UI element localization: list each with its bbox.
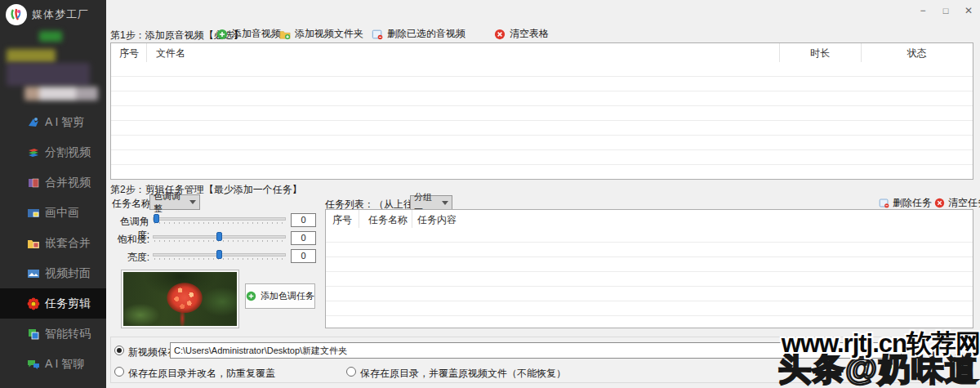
task-table-header-content: 任务内容: [417, 213, 457, 227]
video-cover-icon: [27, 267, 40, 280]
sidebar-item-label: 分割视频: [45, 145, 91, 160]
hue-value-box[interactable]: 0: [291, 213, 316, 227]
file-table-header-status: 状态: [861, 47, 973, 60]
sidebar-item-ai-cut[interactable]: A I 智剪: [0, 107, 106, 137]
save-rename-label: 保存在原目录并改名，防重复覆盖: [128, 367, 275, 381]
sidebar-menu: A I 智剪 分割视频 合并视频 画中画 嵌套合并 视频封面: [0, 107, 106, 379]
step2-label: 第2步：剪辑任务管理【最少添加一个任务】: [110, 183, 302, 197]
redacted-blob: [39, 31, 62, 42]
delete-task-button[interactable]: 删除任务: [879, 196, 932, 210]
sidebar-item-pip[interactable]: 画中画: [0, 198, 106, 228]
hue-slider[interactable]: [153, 213, 286, 225]
save-rename-radio[interactable]: [114, 367, 124, 377]
task-table-header-index: 序号: [332, 213, 352, 227]
add-circle-icon: [216, 29, 228, 40]
sidebar-item-merge-video[interactable]: 合并视频: [0, 167, 106, 198]
sidebar-item-label: 视频封面: [45, 266, 91, 281]
brightness-slider-thumb[interactable]: [216, 250, 222, 259]
clear-task-label: 清空任务: [948, 196, 980, 210]
app-logo-icon: [6, 4, 27, 25]
sidebar-item-nested-merge[interactable]: 嵌套合并: [0, 228, 106, 258]
delete-selected-icon: [372, 29, 383, 40]
sidebar-item-label: A I 智聊: [45, 357, 84, 372]
task-table[interactable]: 序号 任务名称 任务内容: [325, 209, 973, 328]
sidebar-item-label: 合并视频: [45, 176, 91, 190]
saturation-slider-label: 饱和度:: [110, 233, 149, 247]
task-table-header-name: 任务名称: [368, 213, 408, 227]
add-folder-label: 添加视频文件夹: [295, 27, 363, 41]
sidebar-item-split-video[interactable]: 分割视频: [0, 137, 106, 167]
hue-slider-thumb[interactable]: [154, 214, 159, 223]
redacted-blob: [7, 49, 56, 63]
sidebar-item-label: 嵌套合并: [45, 236, 91, 251]
close-button[interactable]: ✕: [962, 4, 975, 17]
saturation-slider-thumb[interactable]: [216, 232, 222, 241]
task-table-body: [326, 228, 973, 328]
sidebar-item-smart-transcode[interactable]: 智能转码: [0, 319, 106, 349]
sidebar-item-ai-chat[interactable]: A I 智聊: [0, 349, 106, 379]
bird-icon: [27, 116, 40, 129]
brightness-slider[interactable]: [153, 249, 286, 261]
transcode-icon: [27, 328, 40, 341]
add-media-button[interactable]: 添加音视频: [216, 27, 281, 41]
delete-selected-icon: [879, 198, 889, 208]
delete-selected-label: 删除已选的音视频: [387, 27, 466, 41]
save-overwrite-label: 保存在原目录，并覆盖原视频文件（不能恢复）: [360, 367, 566, 381]
task-name-value: 色调调整: [154, 190, 186, 215]
watermark-line1: www.rjtj.cn软荐网: [782, 327, 980, 361]
app-logo-row: 媒体梦工厂: [6, 4, 89, 25]
add-color-task-button[interactable]: 添加色调任务: [245, 283, 315, 309]
file-table-body: [111, 62, 973, 179]
sidebar-item-label: A I 智剪: [45, 115, 84, 130]
sidebar-item-label: 任务剪辑: [45, 297, 91, 311]
file-table-header-index: 序号: [119, 47, 139, 60]
save-to-radio[interactable]: [114, 346, 124, 355]
folder-merge-icon: [27, 237, 40, 250]
sidebar-item-label: 画中画: [45, 206, 79, 221]
task-name-label: 任务名称:: [112, 197, 154, 211]
add-folder-button[interactable]: 添加视频文件夹: [279, 27, 363, 41]
add-color-task-label: 添加色调任务: [261, 290, 314, 302]
clear-red-icon: [934, 198, 945, 208]
preview-image: [123, 272, 237, 326]
folder-add-icon: [279, 29, 291, 40]
minimize-button[interactable]: −: [916, 4, 929, 17]
clear-red-icon: [494, 29, 506, 40]
merge-cards-icon: [27, 176, 40, 190]
chevron-down-icon: [189, 200, 196, 204]
add-circle-icon: [246, 291, 256, 301]
add-media-label: 添加音视频: [232, 27, 281, 41]
file-table[interactable]: 序号 文件名 时长 状态: [110, 42, 973, 180]
flower-icon: [27, 297, 40, 310]
redacted-blob: [24, 87, 98, 100]
sidebar-item-task-edit[interactable]: 任务剪辑: [0, 288, 106, 319]
redacted-blob: [7, 63, 90, 86]
sidebar: 媒体梦工厂 A I 智剪 分割视频 合并视频 画中画: [0, 0, 106, 388]
sidebar-item-video-cover[interactable]: 视频封面: [0, 258, 106, 288]
task-name-dropdown[interactable]: 色调调整: [149, 194, 200, 210]
saturation-slider[interactable]: [153, 231, 286, 243]
clear-table-button[interactable]: 清空表格: [494, 27, 549, 41]
app-window: 媒体梦工厂 A I 智剪 分割视频 合并视频 画中画: [0, 0, 980, 388]
clear-table-label: 清空表格: [510, 27, 549, 41]
clear-task-button[interactable]: 清空任务: [934, 196, 980, 210]
file-table-header-filename: 文件名: [156, 47, 185, 60]
sidebar-item-label: 智能转码: [45, 327, 91, 341]
chevron-down-icon: [442, 201, 448, 205]
save-overwrite-radio[interactable]: [346, 367, 356, 377]
delete-selected-button[interactable]: 删除已选的音视频: [372, 27, 466, 41]
picture-in-picture-icon: [27, 207, 40, 220]
layers-icon: [27, 146, 40, 159]
chat-bubbles-icon: [27, 358, 40, 371]
brightness-value-box[interactable]: 0: [291, 249, 316, 263]
maximize-button[interactable]: □: [939, 4, 952, 17]
delete-task-label: 删除任务: [893, 196, 932, 210]
brightness-slider-label: 亮度:: [110, 251, 149, 265]
file-table-header-duration: 时长: [779, 47, 861, 60]
app-title: 媒体梦工厂: [32, 7, 89, 22]
preview-frame: [121, 270, 239, 328]
saturation-value-box[interactable]: 0: [291, 231, 316, 245]
